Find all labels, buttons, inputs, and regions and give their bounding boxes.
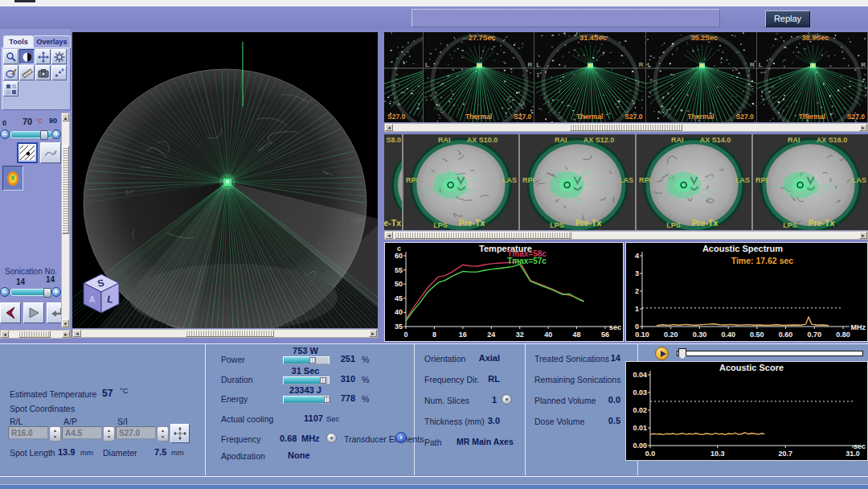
scroll-left-icon[interactable]: ◄ <box>385 232 393 239</box>
thermal-spot-button[interactable] <box>2 166 23 191</box>
previous-sonication-button[interactable] <box>0 302 21 323</box>
mri-tile[interactable]: RAIAX S14.0RPILASLPSPre-Tx <box>635 134 751 230</box>
sonication-slider[interactable] <box>10 289 52 296</box>
pan-tool-button[interactable] <box>35 49 51 64</box>
settings-tool-button[interactable] <box>51 49 67 64</box>
mri-tile[interactable]: AX S8.0Pre-Tx <box>384 134 402 230</box>
next-sonication-button[interactable] <box>23 302 44 323</box>
camera-tool-button[interactable] <box>35 65 51 80</box>
svg-text:0.00: 0.00 <box>633 442 647 450</box>
tools-panel <box>2 47 71 110</box>
roi-draw-tool-button[interactable] <box>3 65 18 80</box>
thermal-overlay-button[interactable] <box>17 142 38 163</box>
energy-slider[interactable] <box>283 396 330 404</box>
sonication-from-value: 14 <box>16 277 25 286</box>
scrollbar-thumb[interactable] <box>18 331 51 338</box>
scroll-right-icon[interactable]: ► <box>859 232 867 239</box>
temp-scale-plus-button[interactable]: + <box>51 129 61 139</box>
mri-tile[interactable]: RAIAX S10.0RPILASLPSPre-Tx <box>402 134 518 230</box>
temp-scale-unit: °C <box>35 117 43 125</box>
orientation-bottom-marker: LPS <box>550 221 564 229</box>
coord-ap-spinner[interactable]: ▲▼ <box>103 426 115 442</box>
stage-label: Pre-Tx <box>384 218 401 228</box>
coord-si-field[interactable] <box>116 426 156 439</box>
scrollbar-thumb[interactable] <box>62 146 69 234</box>
3d-treatment-viewport[interactable]: SLA <box>72 32 378 328</box>
pattern-icon <box>6 84 17 95</box>
thermal-strip-scrollbar[interactable]: ◄ ► <box>384 123 868 132</box>
points-tool-button[interactable] <box>51 65 67 80</box>
frequency-dropdown[interactable]: ▼ <box>326 433 337 443</box>
sonication-slider-knob[interactable] <box>43 288 51 298</box>
move-spot-button[interactable] <box>170 424 190 443</box>
scrollbar-thumb[interactable] <box>395 232 571 239</box>
replay-button[interactable]: Replay <box>765 10 810 27</box>
scroll-left-icon[interactable]: ◄ <box>73 330 81 337</box>
svg-text:48: 48 <box>573 331 581 339</box>
actual-cooling-label: Actual cooling <box>221 414 273 424</box>
energy-percent: 778 <box>336 393 355 403</box>
thermal-tile[interactable]: 35.2SecLRThermalS27.0 <box>646 32 757 122</box>
zoom-tool-button[interactable] <box>3 49 18 64</box>
mri-strip-scrollbar[interactable]: ◄ ► <box>384 231 868 240</box>
transducer-elements-label: Transducer Elements <box>344 434 424 444</box>
stage-label: Pre-Tx <box>692 218 719 228</box>
energy-label: Energy <box>221 394 248 404</box>
scroll-down-icon[interactable]: ▼ <box>62 319 69 327</box>
power-slider[interactable] <box>283 356 330 364</box>
svg-text:Time: 17.62 sec: Time: 17.62 sec <box>731 256 794 265</box>
sonication-plus-button[interactable]: + <box>51 287 61 297</box>
scroll-left-icon[interactable]: ◄ <box>385 124 393 131</box>
score-playback-slider[interactable] <box>677 351 863 356</box>
temp-scale-slider[interactable] <box>10 131 52 138</box>
message-field[interactable] <box>411 9 720 27</box>
sonication-minus-button[interactable]: − <box>0 287 10 297</box>
svg-text:Acoustic Score: Acoustic Score <box>719 363 784 372</box>
scroll-up-icon[interactable]: ▲ <box>62 113 69 121</box>
hatch-dot-icon <box>20 146 35 160</box>
tab-tools[interactable]: Tools <box>3 35 34 48</box>
transducer-elements-button[interactable]: › <box>395 432 407 443</box>
temp-scale-slider-knob[interactable] <box>40 130 48 140</box>
viewport-horizontal-scrollbar[interactable]: ◄ ► <box>72 329 378 338</box>
thermal-time-label: 31.4Sec <box>579 34 607 42</box>
orientation-right-marker: R <box>861 61 866 68</box>
sidebar-horizontal-scrollbar[interactable]: ◄ ► <box>0 330 71 339</box>
thermal-time-label: 38.9Sec <box>802 34 829 42</box>
score-play-button[interactable] <box>655 347 669 360</box>
mri-tile[interactable]: RAIAX S16.0RPILASLPSPre-Tx <box>751 134 868 230</box>
frequency-value: 0.68 <box>280 434 297 443</box>
duration-label: Duration <box>221 375 253 384</box>
thermal-tile[interactable]: 31.4SecLRThermalS27.0 <box>534 32 645 122</box>
scrollbar-thumb[interactable] <box>186 330 274 337</box>
sidebar-vertical-scrollbar[interactable]: ▲ ▼ <box>61 113 70 328</box>
temp-scale-minus-button[interactable]: − <box>0 129 10 139</box>
thermal-tile[interactable]: 27.7SecLRThermalS27.0 <box>424 32 534 122</box>
thermal-tile[interactable]: S27.0 <box>384 32 424 122</box>
tab-overlays[interactable]: Overlays <box>33 35 71 48</box>
scroll-right-icon[interactable]: ► <box>369 330 377 337</box>
draw-contour-button[interactable] <box>40 142 61 163</box>
coord-ap-field[interactable] <box>62 426 102 439</box>
svg-text:2: 2 <box>635 287 639 295</box>
mri-tile[interactable]: RAIAX S12.0RPILASLPSPre-Tx <box>518 134 635 230</box>
pattern-tool-button[interactable] <box>3 81 18 97</box>
duration-slider[interactable] <box>283 376 330 384</box>
score-playback-thumb[interactable] <box>678 348 686 360</box>
coord-si-spinner[interactable]: ▲▼ <box>157 426 169 442</box>
power-percent-unit: % <box>362 355 369 364</box>
coord-rl-field[interactable] <box>8 426 48 439</box>
ruler-tool-button[interactable] <box>19 65 35 80</box>
coord-rl-spinner[interactable]: ▲▼ <box>49 426 61 442</box>
svg-text:MHz: MHz <box>851 323 866 331</box>
scroll-right-icon[interactable]: ► <box>859 124 867 131</box>
scroll-left-icon[interactable]: ◄ <box>1 331 9 338</box>
scrollbar-thumb[interactable] <box>570 124 682 131</box>
stage-label: Pre-Tx <box>809 218 835 228</box>
thermal-tile[interactable]: 38.9SecLRThermalS27.0 <box>757 32 868 122</box>
contrast-tool-button[interactable] <box>19 49 35 64</box>
mri-slice-label: AX S12.0 <box>583 136 615 144</box>
header-bar: Replay <box>0 6 868 29</box>
num-slices-dropdown[interactable]: ▼ <box>502 394 512 405</box>
scroll-right-icon[interactable]: ► <box>62 331 70 338</box>
